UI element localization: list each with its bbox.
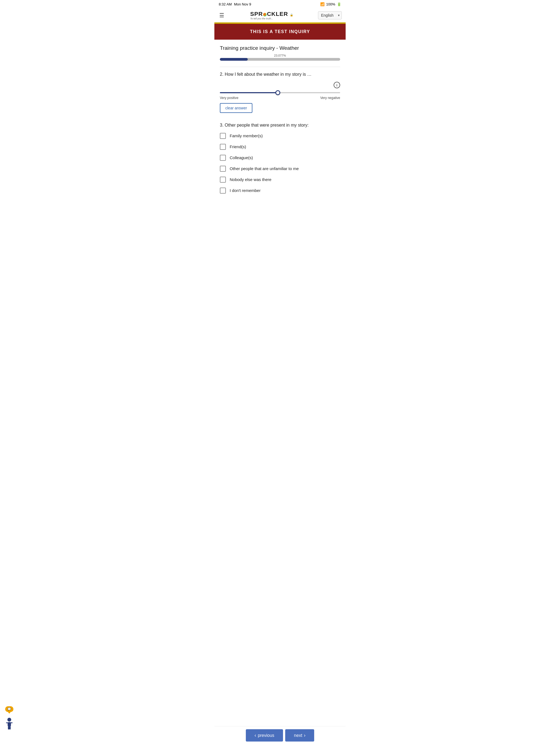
next-label: next bbox=[294, 733, 302, 738]
checkbox-label-family: Family member(s) bbox=[230, 133, 263, 138]
question-3-section: 3. Other people that were present in my … bbox=[220, 122, 340, 193]
nav-bar: ☰ SPRCKLER 🔒 To tell you the truth... En… bbox=[214, 8, 346, 22]
checkbox-dont-remember[interactable] bbox=[220, 187, 226, 194]
previous-button[interactable]: ‹ previous bbox=[246, 729, 283, 742]
next-arrow-icon: › bbox=[304, 732, 305, 738]
slider-label-right: Very negative bbox=[320, 96, 340, 100]
checkbox-label-colleague: Colleague(s) bbox=[230, 155, 253, 160]
time-display: 8:32 AM bbox=[219, 2, 232, 6]
checkbox-unfamiliar[interactable] bbox=[220, 166, 226, 172]
inquiry-banner: THIS IS A TEST INQUIRY bbox=[214, 24, 346, 40]
list-item: Nobody else was there bbox=[220, 177, 340, 183]
logo-tagline: To tell you the truth... bbox=[250, 17, 273, 20]
main-content: Training practice inquiry - Weather 23.0… bbox=[214, 40, 346, 226]
lock-icon: 🔒 bbox=[290, 14, 293, 17]
list-item: Other people that are unfamiliar to me bbox=[220, 166, 340, 172]
slider-section: i Very positive Very negative clear answ… bbox=[220, 82, 340, 113]
status-bar: 8:32 AM Mon Nov 9 📶 100% 🔋 bbox=[214, 0, 346, 8]
bottom-nav: ‹ previous next › bbox=[214, 726, 346, 747]
question-3-text: 3. Other people that were present in my … bbox=[220, 122, 340, 128]
checkbox-label-unfamiliar: Other people that are unfamiliar to me bbox=[230, 166, 299, 171]
battery-icon: 🔋 bbox=[337, 2, 341, 6]
question-2-text: 2. How I felt about the weather in my st… bbox=[220, 71, 340, 77]
section-gap bbox=[220, 115, 340, 122]
checkbox-list: Family member(s) Friend(s) Colleague(s) … bbox=[220, 133, 340, 194]
prev-arrow-icon: ‹ bbox=[255, 732, 256, 738]
checkbox-label-dont-remember: I don't remember bbox=[230, 188, 261, 193]
sentiment-slider[interactable] bbox=[220, 92, 340, 93]
question-2-section: 2. How I felt about the weather in my st… bbox=[220, 71, 340, 113]
logo-area: SPRCKLER 🔒 To tell you the truth... bbox=[250, 11, 293, 20]
progress-fill bbox=[220, 58, 248, 61]
slider-label-left: Very positive bbox=[220, 96, 238, 100]
language-select[interactable]: English Spanish French German bbox=[318, 11, 342, 19]
checkbox-nobody[interactable] bbox=[220, 177, 226, 183]
checkbox-friend[interactable] bbox=[220, 144, 226, 150]
inquiry-title: Training practice inquiry - Weather bbox=[220, 45, 340, 51]
language-selector-wrapper[interactable]: English Spanish French German bbox=[318, 11, 342, 19]
wifi-icon: 📶 bbox=[320, 2, 325, 6]
progress-container: 23.077% bbox=[220, 54, 340, 61]
prev-label: previous bbox=[258, 733, 274, 738]
checkbox-family[interactable] bbox=[220, 133, 226, 139]
clear-answer-button[interactable]: clear answer bbox=[220, 103, 252, 113]
logo: SPRCKLER 🔒 bbox=[250, 11, 293, 17]
list-item: Family member(s) bbox=[220, 133, 340, 139]
date-display: Mon Nov 9 bbox=[234, 2, 251, 6]
list-item: I don't remember bbox=[220, 187, 340, 194]
progress-track bbox=[220, 58, 340, 61]
slider-track-wrapper bbox=[220, 89, 340, 94]
list-item: Colleague(s) bbox=[220, 155, 340, 161]
checkbox-label-friend: Friend(s) bbox=[230, 145, 246, 149]
info-icon[interactable]: i bbox=[334, 82, 340, 88]
hamburger-icon: ☰ bbox=[219, 12, 224, 18]
progress-label: 23.077% bbox=[220, 54, 340, 57]
checkbox-label-nobody: Nobody else was there bbox=[230, 177, 272, 182]
list-item: Friend(s) bbox=[220, 144, 340, 150]
slider-labels: Very positive Very negative bbox=[220, 96, 340, 100]
checkbox-colleague[interactable] bbox=[220, 155, 226, 161]
next-button[interactable]: next › bbox=[285, 729, 314, 742]
hamburger-button[interactable]: ☰ bbox=[218, 11, 225, 20]
battery-display: 100% bbox=[326, 2, 335, 6]
banner-title: THIS IS A TEST INQUIRY bbox=[250, 29, 310, 34]
